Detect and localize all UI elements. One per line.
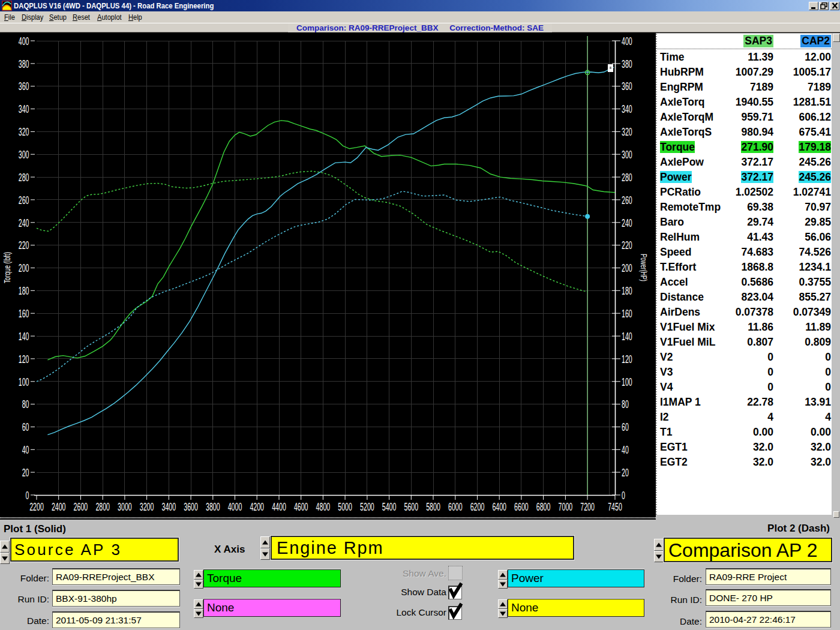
svg-text:300: 300: [622, 148, 632, 161]
svg-text:0: 0: [622, 489, 625, 502]
svg-text:280: 280: [622, 171, 632, 184]
svg-text:200: 200: [19, 262, 29, 274]
svg-text:160: 160: [622, 307, 632, 320]
svg-text:40: 40: [622, 443, 629, 456]
svg-text:7450: 7450: [608, 500, 622, 513]
svg-text:180: 180: [19, 284, 29, 297]
svg-text:220: 220: [19, 239, 29, 251]
svg-text:100: 100: [622, 376, 632, 388]
svg-text:3800: 3800: [206, 500, 220, 513]
svg-text:5800: 5800: [426, 500, 440, 513]
svg-text:2400: 2400: [52, 500, 66, 513]
svg-text:40: 40: [22, 443, 29, 456]
svg-text:340: 340: [622, 103, 632, 115]
svg-text:5400: 5400: [382, 500, 397, 513]
svg-text:260: 260: [19, 194, 29, 206]
svg-text:200: 200: [622, 262, 632, 274]
svg-text:3200: 3200: [140, 500, 154, 513]
svg-text:340: 340: [19, 103, 29, 115]
svg-text:6000: 6000: [448, 500, 463, 513]
svg-text:20: 20: [622, 466, 629, 479]
svg-text:2600: 2600: [74, 500, 88, 513]
svg-text:6200: 6200: [470, 500, 485, 513]
svg-text:220: 220: [622, 239, 632, 251]
svg-text:260: 260: [622, 194, 632, 206]
svg-text:180: 180: [622, 284, 632, 297]
svg-text:140: 140: [19, 330, 29, 343]
svg-text:Torque (lbft): Torque (lbft): [2, 252, 12, 283]
svg-text:320: 320: [19, 125, 29, 138]
svg-text:80: 80: [22, 398, 29, 410]
svg-text:4800: 4800: [316, 500, 331, 513]
svg-text:300: 300: [19, 148, 29, 161]
svg-text:140: 140: [622, 330, 632, 343]
svg-text:6600: 6600: [514, 500, 529, 513]
svg-text:80: 80: [622, 398, 629, 410]
svg-text:4600: 4600: [294, 500, 308, 513]
svg-text:3000: 3000: [118, 500, 132, 513]
svg-text:2800: 2800: [95, 500, 110, 513]
svg-text:3600: 3600: [184, 500, 198, 513]
svg-text:380: 380: [622, 58, 632, 70]
svg-text:320: 320: [622, 125, 632, 138]
svg-text:Power(HP): Power(HP): [639, 254, 649, 281]
svg-text:400: 400: [19, 35, 29, 47]
svg-text:4200: 4200: [250, 500, 264, 513]
svg-text:6400: 6400: [492, 500, 506, 513]
svg-text:100: 100: [19, 376, 29, 388]
svg-text:240: 240: [622, 217, 632, 229]
svg-text:2200: 2200: [29, 500, 44, 513]
svg-text:400: 400: [622, 35, 632, 47]
svg-text:6800: 6800: [536, 500, 551, 513]
svg-text:120: 120: [19, 353, 29, 365]
svg-text:5600: 5600: [404, 500, 419, 513]
svg-text:120: 120: [622, 353, 632, 365]
svg-text:7200: 7200: [580, 500, 595, 513]
svg-text:3400: 3400: [162, 500, 176, 513]
svg-text:160: 160: [19, 307, 29, 320]
svg-text:5200: 5200: [360, 500, 374, 513]
svg-text:5000: 5000: [338, 500, 352, 513]
svg-text:4000: 4000: [228, 500, 242, 513]
svg-text:280: 280: [19, 171, 29, 184]
svg-text:0: 0: [26, 489, 29, 502]
svg-text:240: 240: [19, 217, 29, 229]
svg-text:7000: 7000: [559, 500, 573, 513]
svg-text:20: 20: [22, 466, 29, 479]
svg-text:360: 360: [19, 80, 29, 92]
svg-text:360: 360: [622, 80, 632, 92]
svg-text:60: 60: [22, 421, 29, 433]
svg-text:60: 60: [622, 421, 629, 433]
svg-text:380: 380: [19, 58, 29, 70]
svg-text:4400: 4400: [272, 500, 286, 513]
